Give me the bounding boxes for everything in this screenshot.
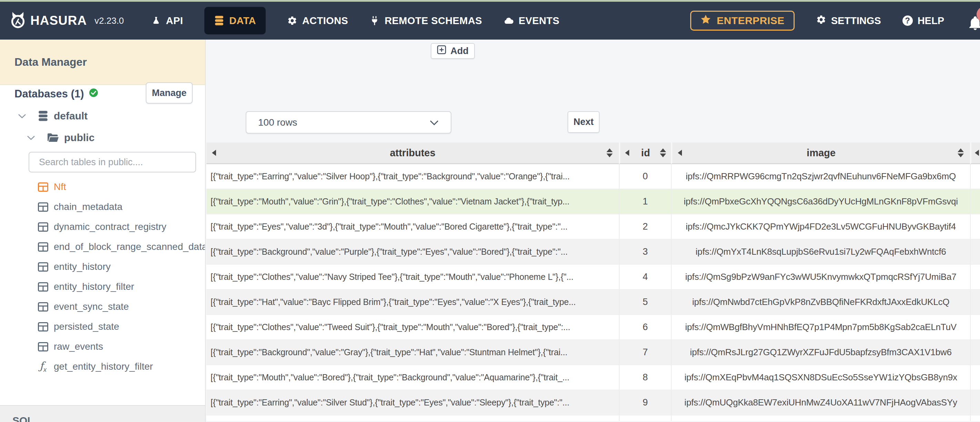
cell-id: 5 [619,290,671,315]
sort-icon[interactable] [958,148,964,157]
sidebar-function-get-entity-history-filter[interactable]: ƒx get_entity_history_filter [0,357,205,376]
settings-label: SETTINGS [831,15,881,27]
hasura-logo-icon [10,11,26,30]
collapse-column-icon[interactable] [678,150,682,156]
sidebar-table-end-of-block-range-scanned-data[interactable]: end_of_block_range_scanned_data [0,237,205,257]
collapse-column-icon[interactable] [212,150,216,156]
cell-partial [970,240,980,265]
sidebar: Data Manager Databases (1) Manage defaul… [0,40,206,422]
sidebar-table-persisted-state[interactable]: persisted_state [0,317,205,336]
table-row: [{"trait_type":"Earring","value":"Silver… [207,390,980,416]
folder-open-icon [47,133,59,143]
search-tables-input[interactable] [29,152,196,173]
sidebar-footer-sql: SQL [0,405,205,422]
nav-label: EVENTS [519,15,559,27]
table-icon [38,262,48,271]
hasura-console: HASURA v2.23.0 API DATA ACTIONS [0,0,980,422]
table-icon [38,202,48,212]
browse-rows-panel: Add 100 rows Next attributes id [206,40,980,422]
cell-id: 7 [619,340,671,365]
add-row-button[interactable]: Add [431,43,475,59]
nav-api[interactable]: API [151,15,183,27]
cell-attributes: [{"trait_type":"Eyes","value":"3d"},{"tr… [207,214,619,240]
nav-data[interactable]: DATA [204,7,266,35]
database-icon [38,111,48,122]
nav-label: DATA [229,15,256,27]
column-header-partial[interactable] [970,143,980,164]
table-icon [38,282,48,292]
collapse-column-icon[interactable] [975,150,979,156]
rows-per-page-select[interactable]: 100 rows [246,111,452,133]
cell-image: ipfs://QmRRPWG96cmgTn2qSzjwr2qvfNEuhunv6… [671,164,970,189]
rows-per-page-value: 100 rows [258,117,298,128]
tree-node-database[interactable]: default [18,110,88,122]
cell-image [671,416,970,421]
tree-node-schema[interactable]: public [27,132,94,144]
settings-link[interactable]: SETTINGS [816,14,881,27]
nav-label: ACTIONS [302,15,348,27]
databases-heading: Databases (1) [14,88,98,100]
next-page-button[interactable]: Next [568,111,600,133]
sort-icon[interactable] [606,148,612,157]
rows-table: attributes id image [{"trait [207,143,980,421]
collapse-column-icon[interactable] [625,150,629,156]
cell-attributes: [{"trait_type":"Background","value":"Pur… [207,240,619,265]
database-name: default [54,110,88,122]
nav-label: REMOTE SCHEMAS [385,15,482,27]
table-row: [{"trait_type":"Hat","value":"Bayc Flipp… [207,290,980,315]
cell-attributes: [{"trait_type":"Clothes","value":"Navy S… [207,265,619,290]
column-label: id [641,148,650,159]
cell-attributes: [{"trait_type":"Earring","value":"Silver… [207,164,619,189]
help-label: HELP [918,15,944,27]
column-header-attributes[interactable]: attributes [207,143,619,164]
topbar: HASURA v2.23.0 API DATA ACTIONS [0,2,980,40]
cell-partial [970,315,980,340]
table-icon [38,222,48,232]
cell-partial [970,365,980,390]
database-icon [214,16,224,26]
cell-id: 3 [619,240,671,265]
help-link[interactable]: ? HELP [902,15,944,27]
sidebar-table-nft[interactable]: Nft [0,177,205,197]
table-list: Nft chain_metadata dynamic_contract_regi… [0,177,205,376]
cell-partial [970,265,980,290]
cell-attributes: [{"trait_type":"Mouth","value":"Bored"},… [207,365,619,390]
nav-remote-schemas[interactable]: REMOTE SCHEMAS [369,15,482,27]
notifications-button[interactable]: 8 [966,9,980,33]
chevron-down-icon[interactable] [18,114,26,119]
sidebar-table-dynamic-contract-registry[interactable]: dynamic_contract_registry [0,217,205,237]
sidebar-table-chain-metadata[interactable]: chain_metadata [0,197,205,217]
cell-image: ipfs://QmXEqPbvM4aq1SQSXN8DSuEcSo5SseYW1… [671,365,970,390]
topbar-right: ENTERPRISE SETTINGS ? HELP 8 [690,2,980,40]
sidebar-table-entity-history[interactable]: entity_history [0,257,205,277]
table-icon [38,182,48,192]
cell-attributes: [{"trait_type":"Background","value":"Gra… [207,340,619,365]
nav-events[interactable]: EVENTS [503,15,559,27]
sidebar-table-event-sync-state[interactable]: event_sync_state [0,297,205,317]
cell-attributes [207,416,619,421]
cell-partial [970,189,980,214]
table-row: [{"trait_type":"Eyes","value":"3d"},{"tr… [207,214,980,240]
enterprise-label: ENTERPRISE [717,15,784,27]
cell-id [619,416,671,421]
nav-actions[interactable]: ACTIONS [287,15,348,27]
cell-partial [970,416,980,421]
cell-attributes: [{"trait_type":"Hat","value":"Bayc Flipp… [207,290,619,315]
sidebar-title: Data Manager [0,40,205,85]
enterprise-button[interactable]: ENTERPRISE [690,11,795,31]
cell-attributes: [{"trait_type":"Mouth","value":"Grin"},{… [207,189,619,214]
column-header-image[interactable]: image [671,143,970,164]
table-row-highlighted: [{"trait_type":"Mouth","value":"Grin"},{… [207,189,980,214]
column-header-id[interactable]: id [619,143,671,164]
brand[interactable]: HASURA v2.23.0 [10,11,124,30]
sidebar-table-entity-history-filter[interactable]: entity_history_filter [0,277,205,297]
manage-button[interactable]: Manage [146,82,192,104]
table-row: [{"trait_type":"Mouth","value":"Bored"},… [207,365,980,390]
cell-partial [970,290,980,315]
table-icon [38,322,48,332]
sort-icon[interactable] [660,148,666,157]
column-label: attributes [390,148,435,159]
cell-image: ipfs://QmSg9bPzW9anFYc3wWU5KnvymwkxQTpmq… [671,265,970,290]
sidebar-table-raw-events[interactable]: raw_events [0,336,205,357]
chevron-down-icon[interactable] [27,135,35,140]
